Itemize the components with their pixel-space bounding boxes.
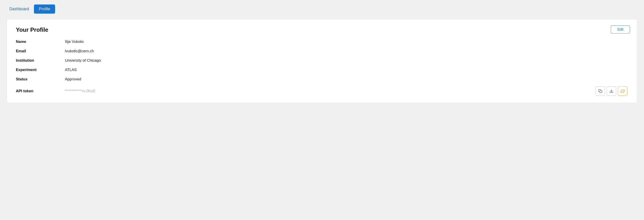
refresh-icon [620,89,624,93]
api-token-label: API token [16,89,65,93]
status-label: Status [16,77,65,82]
svg-rect-0 [600,91,602,93]
experiment-label: Experiment [16,68,65,72]
profile-fields: Name Ilija Vukotic Email ivukotic@cern.c… [16,40,628,96]
profile-card: Your Profile Edit Name Ilija Vukotic Ema… [7,19,637,103]
edit-button[interactable]: Edit [611,26,630,34]
institution-label: Institution [16,58,65,63]
api-token-value: **********nrJKoE [65,89,96,93]
email-label: Email [16,49,65,53]
name-value: Ilija Vukotic [65,40,628,44]
status-value: Approved [65,77,628,82]
name-label: Name [16,40,65,44]
dashboard-nav-link[interactable]: Dashboard [7,5,32,13]
copy-icon [598,89,602,93]
email-value: ivukotic@cern.ch [65,49,628,53]
experiment-value: ATLAS [65,68,628,72]
copy-token-button[interactable] [596,86,605,96]
api-token-row: **********nrJKoE [65,86,628,96]
refresh-token-button[interactable] [618,86,627,96]
profile-nav-button[interactable]: Profile [34,5,55,14]
token-actions [596,86,628,96]
download-icon [610,89,614,93]
profile-title: Your Profile [16,26,628,33]
download-token-button[interactable] [607,86,616,96]
institution-value: University of Chicago [65,58,628,63]
nav-bar: Dashboard Profile [7,5,637,14]
